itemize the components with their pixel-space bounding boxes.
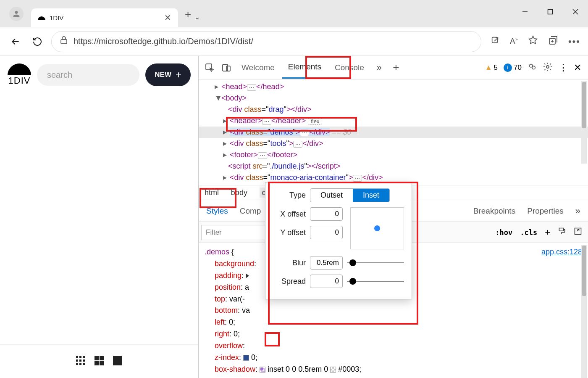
- refresh-button[interactable]: [29, 34, 45, 50]
- tab-welcome[interactable]: Welcome: [236, 57, 281, 78]
- xoffset-label: X offset: [273, 210, 306, 219]
- outset-option[interactable]: Outset: [310, 189, 353, 202]
- svg-point-25: [532, 66, 535, 69]
- page-content: 1DIV search NEW +: [0, 56, 199, 378]
- svg-rect-8: [79, 356, 81, 358]
- breadcrumb-body[interactable]: body: [231, 188, 247, 197]
- svg-rect-21: [206, 64, 212, 70]
- svg-rect-27: [559, 228, 563, 231]
- cls-toggle[interactable]: .cls: [520, 228, 537, 237]
- xoffset-input[interactable]: [310, 207, 343, 221]
- info-icon: i: [504, 63, 512, 72]
- plus-icon: +: [176, 69, 181, 81]
- color-swatch-icon[interactable]: [330, 367, 336, 373]
- svg-rect-1: [548, 10, 553, 14]
- collections-icon[interactable]: [548, 35, 558, 48]
- browser-tab-active[interactable]: 1DIV ✕: [31, 8, 178, 27]
- svg-rect-22: [223, 64, 228, 71]
- tab-console[interactable]: Console: [329, 57, 370, 78]
- new-tab-button[interactable]: +: [185, 8, 191, 21]
- boxshadow-editor-icon[interactable]: [260, 367, 265, 373]
- new-button[interactable]: NEW +: [145, 63, 191, 86]
- lock-icon: [60, 36, 68, 47]
- tab-breakpoints[interactable]: Breakpoints: [467, 201, 521, 221]
- inspect-element-icon[interactable]: [202, 60, 217, 75]
- url-text: https://microsoftedge.github.io/Demos/1D…: [74, 37, 253, 46]
- profile-avatar[interactable]: [9, 7, 24, 21]
- padding-editor-icon[interactable]: [246, 273, 249, 278]
- svg-rect-20: [113, 356, 122, 365]
- breadcrumb-html[interactable]: html: [205, 188, 219, 197]
- paint-icon[interactable]: [558, 227, 566, 238]
- tabs-dropdown-icon[interactable]: ⌄: [194, 13, 200, 21]
- svg-rect-13: [76, 363, 78, 365]
- dom-selected-node[interactable]: ⋯ ▸<div class="demos">⋯</div> == $0: [199, 127, 588, 138]
- device-toolbar-icon[interactable]: [219, 60, 234, 75]
- svg-rect-5: [492, 37, 498, 42]
- yoffset-input[interactable]: [310, 226, 343, 239]
- svg-rect-10: [76, 359, 78, 362]
- view-mode-toolbar: [0, 344, 198, 378]
- devtools-panel: Welcome Elements Console » + ▲5 i70 ⋮ ✕ …: [199, 56, 588, 378]
- zindex-swatch-icon[interactable]: [243, 355, 249, 361]
- devtools-close-icon[interactable]: ✕: [574, 62, 581, 73]
- tab-properties[interactable]: Properties: [521, 201, 570, 221]
- send-feedback-icon[interactable]: [528, 62, 537, 73]
- blur-slider[interactable]: [347, 262, 404, 263]
- minimize-button[interactable]: [512, 0, 538, 24]
- more-icon[interactable]: •••: [568, 36, 580, 47]
- svg-rect-23: [226, 66, 230, 71]
- svg-point-26: [546, 66, 549, 68]
- offset-handle[interactable]: [374, 225, 380, 231]
- new-button-label: NEW: [155, 71, 171, 79]
- hov-toggle[interactable]: :hov: [495, 228, 512, 237]
- address-bar-row: https://microsoftedge.github.io/Demos/1D…: [0, 27, 588, 56]
- svg-rect-7: [76, 356, 78, 358]
- open-external-icon[interactable]: [491, 36, 500, 48]
- tab-elements[interactable]: Elements: [282, 56, 327, 79]
- browser-tab-strip: 1DIV ✕ + ⌄: [0, 0, 588, 27]
- blur-label: Blur: [273, 259, 306, 267]
- warning-icon: ▲: [485, 63, 492, 72]
- back-button[interactable]: [8, 34, 24, 50]
- close-window-button[interactable]: [563, 0, 588, 24]
- svg-rect-17: [100, 356, 104, 360]
- svg-rect-16: [94, 356, 99, 360]
- issues-warnings[interactable]: ▲5: [485, 63, 498, 72]
- dock-icon[interactable]: [574, 227, 582, 238]
- svg-rect-15: [83, 363, 85, 365]
- devtools-menu-icon[interactable]: ⋮: [559, 62, 568, 73]
- read-aloud-icon[interactable]: A»: [510, 37, 518, 46]
- tab-close-icon[interactable]: ✕: [164, 13, 171, 23]
- svg-rect-9: [83, 356, 85, 358]
- issues-info[interactable]: i70: [504, 63, 522, 72]
- offset-xy-grid[interactable]: [350, 207, 404, 249]
- app-logo-text: 1DIV: [8, 75, 31, 86]
- devtools-toolbar: Welcome Elements Console » + ▲5 i70 ⋮ ✕: [199, 56, 588, 79]
- new-tab-icon[interactable]: +: [388, 60, 404, 75]
- svg-rect-11: [79, 359, 81, 362]
- spread-slider[interactable]: [347, 281, 404, 282]
- tab-styles[interactable]: Styles: [200, 201, 234, 221]
- inset-option[interactable]: Inset: [353, 189, 389, 202]
- more-tabs-icon[interactable]: »: [372, 60, 387, 75]
- settings-icon[interactable]: [543, 62, 553, 74]
- app-logo: 1DIV: [8, 63, 31, 86]
- svg-rect-4: [61, 40, 67, 44]
- new-style-rule-icon[interactable]: +: [545, 227, 550, 238]
- dom-tree[interactable]: ▸<head>⋯</head> ▼<body> <div class="drag…: [199, 79, 588, 185]
- favorite-icon[interactable]: [528, 35, 538, 48]
- css-source-link[interactable]: app.css:128: [541, 246, 582, 258]
- type-label: Type: [273, 191, 306, 200]
- more-styles-tabs-icon[interactable]: »: [570, 201, 586, 222]
- spread-input[interactable]: [310, 275, 343, 288]
- tab-computed[interactable]: Comp: [234, 201, 267, 221]
- address-bar[interactable]: https://microsoftedge.github.io/Demos/1D…: [51, 31, 481, 52]
- address-bar-actions: A» •••: [491, 35, 580, 48]
- single-view-icon[interactable]: [112, 355, 123, 368]
- grid-small-icon[interactable]: [75, 355, 86, 368]
- maximize-button[interactable]: [538, 0, 563, 24]
- search-input[interactable]: search: [37, 64, 139, 86]
- blur-input[interactable]: [310, 256, 343, 270]
- grid-large-icon[interactable]: [94, 355, 105, 368]
